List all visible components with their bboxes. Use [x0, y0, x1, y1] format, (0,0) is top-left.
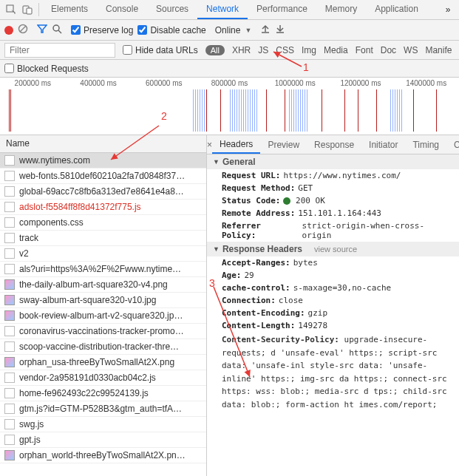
request-row[interactable]: v2: [0, 246, 206, 262]
content-encoding-value: gzip: [308, 308, 328, 318]
request-list: www.nytimes.comweb-fonts.5810def60210a2f…: [0, 153, 206, 463]
tab-memory[interactable]: Memory: [316, 0, 366, 19]
timeline-ticks: 200000 ms400000 ms600000 ms800000 ms1000…: [0, 79, 459, 87]
close-detail-icon[interactable]: ×: [207, 140, 212, 150]
upload-har-icon[interactable]: [260, 24, 271, 35]
file-icon: [4, 388, 15, 398]
download-har-icon[interactable]: [275, 24, 285, 35]
clear-button[interactable]: [18, 24, 28, 36]
request-row[interactable]: the-daily-album-art-square320-v4.png: [0, 277, 206, 293]
cache-control-value: s-maxage=30,no-cache: [293, 283, 391, 293]
request-row[interactable]: components.css: [0, 215, 206, 231]
file-icon: [4, 341, 15, 352]
filter-js[interactable]: JS: [258, 45, 268, 55]
tab-cookies[interactable]: C: [446, 137, 459, 153]
request-name: home-fe962493c22c99524139.js: [19, 388, 149, 398]
request-name: orphan_usa-threeByTwoSmallAt2X.png: [19, 357, 174, 367]
connection-key: Connection:: [222, 296, 276, 305]
filter-img[interactable]: Img: [302, 45, 316, 55]
tab-console[interactable]: Console: [97, 0, 147, 19]
tab-initiator[interactable]: Initiator: [361, 137, 405, 153]
search-icon[interactable]: [52, 24, 62, 36]
filter-media[interactable]: Media: [324, 45, 348, 55]
request-row[interactable]: vendor-2a958191d0330acb04c2.js: [0, 370, 206, 386]
remote-address-value: 151.101.1.164:443: [298, 208, 381, 218]
general-title: General: [222, 157, 256, 167]
filter-icon[interactable]: [37, 24, 47, 36]
filter-doc[interactable]: Doc: [381, 45, 396, 55]
file-icon: [4, 233, 15, 243]
request-row[interactable]: track: [0, 231, 206, 246]
request-row[interactable]: coronavirus-vaccinations-tracker-promo…: [0, 324, 206, 339]
tab-sources[interactable]: Sources: [147, 0, 197, 19]
tab-performance[interactable]: Performance: [248, 0, 316, 19]
accept-ranges-key: Accept-Ranges:: [222, 258, 290, 268]
request-url-value: https://www.nytimes.com/: [283, 171, 401, 180]
request-row[interactable]: orphan_world-threeByTwoSmallAt2X.pn…: [0, 448, 206, 463]
csp-key: Content-Security-Policy:: [222, 335, 339, 344]
request-row[interactable]: sway-album-art-square320-v10.jpg: [0, 293, 206, 308]
filter-ws[interactable]: WS: [404, 45, 418, 55]
request-name: scoop-vaccine-distribution-tracker-thre…: [19, 341, 179, 352]
request-row[interactable]: gtm.js?id=GTM-P528B3&gtm_auth=tfA…: [0, 401, 206, 417]
filter-manifest[interactable]: Manife: [425, 45, 452, 55]
inspect-icon[interactable]: [3, 1, 19, 18]
request-row[interactable]: orphan_usa-threeByTwoSmallAt2X.png: [0, 355, 206, 370]
request-name: web-fonts.5810def60210a2fa7d0848f37…: [19, 171, 185, 181]
disable-cache-checkbox[interactable]: Disable cache: [137, 25, 205, 35]
request-row[interactable]: www.nytimes.com: [0, 153, 206, 169]
preserve-log-checkbox[interactable]: Preserve log: [71, 25, 133, 35]
csp-value: upgrade-insecure-requests; d 'unsafe-eva…: [222, 335, 447, 409]
separator: [38, 3, 39, 16]
tab-application[interactable]: Application: [366, 0, 427, 19]
hide-data-urls-checkbox[interactable]: Hide data URLs: [123, 45, 198, 55]
request-row[interactable]: web-fonts.5810def60210a2fa7d0848f37…: [0, 169, 206, 184]
request-method-value: GET: [298, 183, 313, 193]
tab-network[interactable]: Network: [197, 0, 248, 19]
tab-elements[interactable]: Elements: [42, 0, 97, 19]
file-icon: [4, 310, 15, 321]
general-section[interactable]: ▼General: [207, 154, 459, 169]
referrer-policy-value: strict-origin-when-cross-origin: [302, 221, 452, 240]
record-button[interactable]: [4, 26, 13, 35]
request-url-key: Request URL:: [222, 171, 280, 180]
device-toggle-icon[interactable]: [19, 1, 35, 18]
request-row[interactable]: book-review-album-art-v2-square320.jp…: [0, 308, 206, 324]
response-headers-section[interactable]: ▼Response Headersview source: [207, 242, 459, 256]
request-row[interactable]: global-69acc7c8fb6a313ed7e8641e4a8…: [0, 184, 206, 200]
file-icon: [4, 326, 15, 336]
filter-input[interactable]: [4, 43, 115, 58]
timeline-overview[interactable]: 200000 ms400000 ms600000 ms800000 ms1000…: [0, 78, 459, 135]
request-row[interactable]: scoop-vaccine-distribution-tracker-thre…: [0, 339, 206, 355]
preserve-log-label: Preserve log: [84, 25, 133, 35]
request-row[interactable]: swg.js: [0, 417, 206, 432]
file-icon: [4, 373, 15, 383]
status-code-key: Status Code:: [222, 196, 280, 205]
detail-tabs: × Headers Preview Response Initiator Tim…: [207, 135, 459, 154]
blocked-requests-label: Blocked Requests: [17, 64, 89, 74]
tab-preview[interactable]: Preview: [260, 137, 307, 153]
request-name: components.css: [19, 217, 84, 228]
request-row[interactable]: gpt.js: [0, 432, 206, 448]
remote-address-key: Remote Address:: [222, 208, 295, 218]
tab-timing[interactable]: Timing: [405, 137, 446, 153]
request-row[interactable]: als?uri=https%3A%2F%2Fwww.nytime…: [0, 262, 206, 277]
disable-cache-label: Disable cache: [150, 25, 205, 35]
filter-css[interactable]: CSS: [276, 45, 294, 55]
filter-all[interactable]: All: [205, 45, 225, 55]
blocked-requests-checkbox[interactable]: Blocked Requests: [4, 64, 89, 74]
network-split: Name www.nytimes.comweb-fonts.5810def602…: [0, 135, 459, 476]
filter-xhr[interactable]: XHR: [232, 45, 251, 55]
name-column-header[interactable]: Name: [0, 135, 206, 153]
view-source-link[interactable]: view source: [314, 245, 357, 254]
request-row[interactable]: adslot-f5584ff8f8d41372f775.js: [0, 200, 206, 215]
tab-headers[interactable]: Headers: [212, 136, 260, 154]
caret-down-icon: ▼: [213, 245, 220, 253]
more-tabs-icon[interactable]: »: [440, 1, 456, 18]
request-name: adslot-f5584ff8f8d41372f775.js: [19, 202, 141, 212]
tab-response[interactable]: Response: [307, 137, 361, 153]
request-row[interactable]: home-fe962493c22c99524139.js: [0, 386, 206, 401]
filter-font[interactable]: Font: [356, 45, 373, 55]
throttling-select[interactable]: Online▼: [215, 25, 252, 35]
request-detail-panel: × Headers Preview Response Initiator Tim…: [207, 135, 459, 476]
